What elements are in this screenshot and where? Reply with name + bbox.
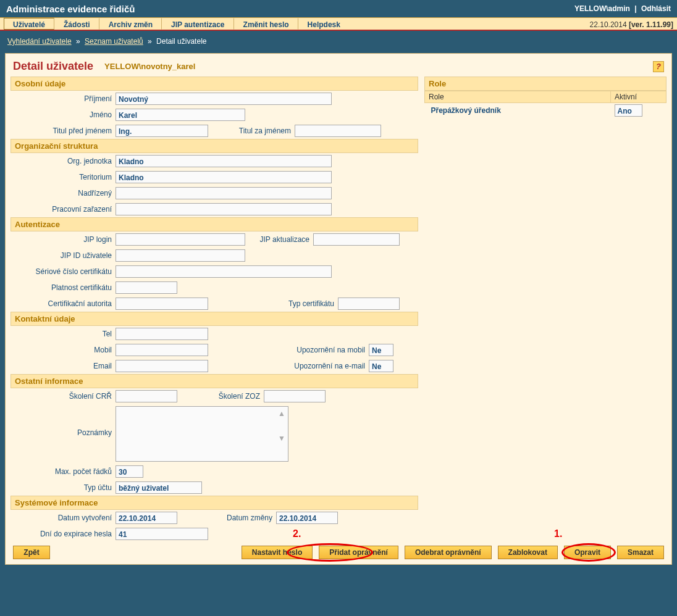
breadcrumb-search[interactable]: Vyhledání uživatele xyxy=(7,37,72,46)
breadcrumb-current: Detail uživatele xyxy=(156,37,206,46)
back-button[interactable]: Zpět xyxy=(13,546,50,559)
block-button[interactable]: Zablokovat xyxy=(498,546,558,559)
role-name: Přepážkový úředník xyxy=(429,104,528,117)
field-acct-type: běžný uživatel xyxy=(116,481,202,494)
field-firstname: Karel xyxy=(116,109,245,121)
label-org-unit: Org. jednotka xyxy=(11,157,116,165)
label-max-rows: Max. počet řádků xyxy=(11,467,116,476)
label-changed: Datum změny xyxy=(177,514,276,522)
field-title-before: Ing. xyxy=(116,125,208,137)
remove-permission-button[interactable]: Odebrat oprávnění xyxy=(405,546,492,559)
label-jip-login: JIP login xyxy=(11,235,116,244)
section-contact-head: Kontaktní údaje xyxy=(11,312,418,326)
field-title-after xyxy=(295,125,381,137)
version-label: [ver. 1.11.99] xyxy=(629,20,673,29)
tab-helpdesk[interactable]: Helpdesk xyxy=(298,18,350,30)
field-cert-serial xyxy=(116,265,332,278)
label-training-zoz: Školení ZOZ xyxy=(177,392,264,401)
nav-bar: Uživatelé Žádosti Archiv změn JIP autent… xyxy=(0,17,677,31)
field-assignment xyxy=(116,203,332,215)
label-email: Email xyxy=(11,362,116,370)
field-training-crr xyxy=(116,390,177,402)
field-org-unit: Kladno xyxy=(116,155,332,167)
label-territory: Teritorium xyxy=(11,173,116,181)
label-title-after: Titul za jménem xyxy=(208,127,295,135)
role-active: Ano xyxy=(615,104,642,117)
tab-jip-auth[interactable]: JIP autentizace xyxy=(162,18,233,30)
field-jip-login xyxy=(116,233,245,246)
label-surname: Příjmení xyxy=(11,94,116,103)
field-jip-id xyxy=(116,249,245,262)
field-notes[interactable]: ▲▼ xyxy=(116,406,288,462)
field-training-zoz xyxy=(264,390,326,402)
page-title: Detail uživatele xyxy=(13,60,93,73)
page-subtitle: YELLOW\novotny_karel xyxy=(104,62,195,71)
field-mobile-notify: Ne xyxy=(369,344,393,356)
label-cert-auth: Certifikační autorita xyxy=(11,299,116,308)
add-permission-button[interactable]: Přidat oprávnění xyxy=(319,546,398,559)
separator: | xyxy=(634,4,636,13)
section-roles-head: Role xyxy=(424,77,666,91)
roles-col-role: Role xyxy=(425,91,611,103)
field-max-rows: 30 xyxy=(116,465,143,478)
label-acct-type: Typ účtu xyxy=(11,483,116,492)
field-jip-upd xyxy=(313,233,400,246)
label-superior: Nadřízený xyxy=(11,189,116,198)
breadcrumb: Vyhledání uživatele » Seznam uživatelů »… xyxy=(0,31,677,53)
tab-users[interactable]: Uživatelé xyxy=(4,18,54,30)
current-user: YELLOW\admin xyxy=(574,4,630,13)
field-cert-valid xyxy=(116,281,177,294)
label-pwd-expire: Dní do expirace hesla xyxy=(11,530,116,538)
label-created: Datum vytvoření xyxy=(11,514,116,522)
field-email-notify: Ne xyxy=(369,360,393,372)
app-title: Administrace evidence řidičů xyxy=(6,4,135,14)
help-icon[interactable]: ? xyxy=(653,61,664,72)
label-tel: Tel xyxy=(11,330,116,338)
header-date: 22.10.2014 xyxy=(590,20,627,29)
label-title-before: Titul před jménem xyxy=(11,127,116,135)
section-personal-head: Osobní údaje xyxy=(11,77,418,91)
field-created: 22.10.2014 xyxy=(116,512,177,524)
label-jip-id: JIP ID uživatele xyxy=(11,251,116,260)
section-system-head: Systémové informace xyxy=(11,496,418,510)
label-cert-type: Typ certifikátu xyxy=(208,299,338,308)
scroll-hint-icon: ▲▼ xyxy=(278,410,285,441)
section-other-head: Ostatní informace xyxy=(11,374,418,388)
field-changed: 22.10.2014 xyxy=(276,512,338,524)
label-firstname: Jméno xyxy=(11,110,116,119)
edit-button[interactable]: Opravit xyxy=(564,546,611,559)
field-superior xyxy=(116,187,332,199)
label-email-notify: Upozornění na e-mail xyxy=(208,362,369,370)
label-assignment: Pracovní zařazení xyxy=(11,205,116,214)
table-row: Přepážkový úředník Ano xyxy=(425,103,666,120)
field-mobile xyxy=(116,344,208,356)
field-surname: Novotný xyxy=(116,93,332,105)
logout-link[interactable]: Odhlásit xyxy=(641,4,671,13)
label-mobile: Mobil xyxy=(11,346,116,354)
tab-change-pwd[interactable]: Změnit heslo xyxy=(234,18,298,30)
label-cert-valid: Platnost certifikátu xyxy=(11,283,116,292)
section-org-head: Organizační struktura xyxy=(11,139,418,153)
field-territory: Kladno xyxy=(116,171,332,183)
tab-requests[interactable]: Žádosti xyxy=(54,18,99,30)
label-cert-serial: Sériové číslo certifikátu xyxy=(11,267,116,276)
field-tel xyxy=(116,328,208,340)
label-jip-upd: JIP aktualizace xyxy=(245,235,313,244)
set-password-button[interactable]: Nastavit heslo xyxy=(242,546,313,559)
breadcrumb-list[interactable]: Seznam uživatelů xyxy=(85,37,143,46)
field-cert-auth xyxy=(116,298,208,310)
tab-changelog[interactable]: Archiv změn xyxy=(99,18,162,30)
roles-col-active: Aktivní xyxy=(611,91,666,103)
label-mobile-notify: Upozornění na mobil xyxy=(208,346,369,354)
label-training-crr: Školení CRŘ xyxy=(11,392,116,401)
section-auth-head: Autentizace xyxy=(11,217,418,231)
field-pwd-expire: 41 xyxy=(116,528,208,540)
field-cert-type xyxy=(338,298,400,310)
label-notes: Poznámky xyxy=(11,406,116,437)
field-email xyxy=(116,360,208,372)
roles-table: Role Aktivní Přepážkový úředník Ano xyxy=(424,91,666,120)
delete-button[interactable]: Smazat xyxy=(617,546,664,559)
